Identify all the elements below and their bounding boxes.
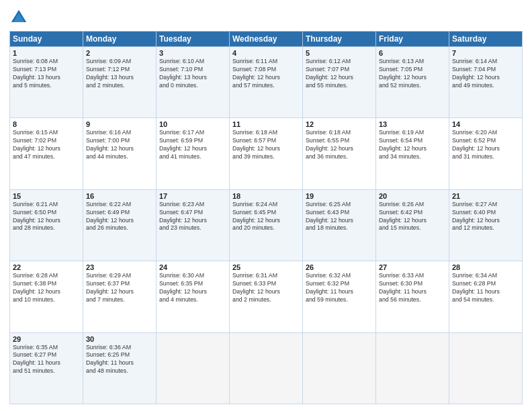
calendar: SundayMondayTuesdayWednesdayThursdayFrid… bbox=[9, 31, 523, 404]
calendar-cell bbox=[449, 332, 523, 404]
day-info: Sunrise: 6:36 AM Sunset: 6:25 PM Dayligh… bbox=[86, 344, 153, 376]
day-number: 1 bbox=[13, 49, 80, 57]
calendar-cell: 6Sunrise: 6:13 AM Sunset: 7:05 PM Daylig… bbox=[376, 47, 449, 118]
calendar-cell: 24Sunrise: 6:30 AM Sunset: 6:35 PM Dayli… bbox=[157, 261, 230, 332]
day-info: Sunrise: 6:09 AM Sunset: 7:12 PM Dayligh… bbox=[86, 58, 153, 90]
day-number: 19 bbox=[306, 192, 373, 200]
day-info: Sunrise: 6:22 AM Sunset: 6:49 PM Dayligh… bbox=[86, 201, 153, 233]
day-number: 13 bbox=[379, 120, 446, 128]
weekday-header-friday: Friday bbox=[376, 32, 449, 47]
calendar-cell: 26Sunrise: 6:32 AM Sunset: 6:32 PM Dayli… bbox=[303, 261, 376, 332]
day-info: Sunrise: 6:30 AM Sunset: 6:35 PM Dayligh… bbox=[159, 272, 226, 304]
calendar-cell: 14Sunrise: 6:20 AM Sunset: 6:52 PM Dayli… bbox=[449, 118, 523, 189]
day-info: Sunrise: 6:21 AM Sunset: 6:50 PM Dayligh… bbox=[13, 201, 80, 233]
calendar-cell bbox=[230, 332, 303, 404]
day-number: 17 bbox=[159, 192, 226, 200]
day-number: 14 bbox=[452, 120, 519, 128]
day-number: 21 bbox=[452, 192, 519, 200]
calendar-cell: 21Sunrise: 6:27 AM Sunset: 6:40 PM Dayli… bbox=[449, 189, 523, 261]
day-number: 11 bbox=[232, 120, 300, 128]
day-info: Sunrise: 6:35 AM Sunset: 6:27 PM Dayligh… bbox=[13, 344, 80, 376]
weekday-header-sunday: Sunday bbox=[10, 32, 83, 47]
calendar-cell: 25Sunrise: 6:31 AM Sunset: 6:33 PM Dayli… bbox=[230, 261, 303, 332]
calendar-cell bbox=[376, 332, 449, 404]
day-number: 29 bbox=[13, 335, 80, 343]
day-number: 5 bbox=[306, 49, 373, 57]
day-number: 30 bbox=[86, 335, 153, 343]
calendar-cell: 17Sunrise: 6:23 AM Sunset: 6:47 PM Dayli… bbox=[157, 189, 230, 261]
calendar-cell: 12Sunrise: 6:18 AM Sunset: 6:55 PM Dayli… bbox=[303, 118, 376, 189]
logo-icon bbox=[9, 8, 28, 27]
day-info: Sunrise: 6:28 AM Sunset: 6:38 PM Dayligh… bbox=[13, 272, 80, 304]
day-info: Sunrise: 6:13 AM Sunset: 7:05 PM Dayligh… bbox=[379, 58, 446, 90]
weekday-header-tuesday: Tuesday bbox=[157, 32, 230, 47]
day-number: 4 bbox=[232, 49, 300, 57]
day-number: 16 bbox=[86, 192, 153, 200]
day-number: 28 bbox=[452, 263, 519, 271]
day-info: Sunrise: 6:11 AM Sunset: 7:08 PM Dayligh… bbox=[232, 58, 300, 90]
day-info: Sunrise: 6:24 AM Sunset: 6:45 PM Dayligh… bbox=[232, 201, 300, 233]
day-number: 8 bbox=[13, 120, 80, 128]
day-info: Sunrise: 6:25 AM Sunset: 6:43 PM Dayligh… bbox=[306, 201, 373, 233]
day-number: 9 bbox=[86, 120, 153, 128]
day-number: 12 bbox=[306, 120, 373, 128]
day-info: Sunrise: 6:18 AM Sunset: 6:57 PM Dayligh… bbox=[232, 129, 300, 161]
calendar-cell: 10Sunrise: 6:17 AM Sunset: 6:59 PM Dayli… bbox=[157, 118, 230, 189]
day-number: 24 bbox=[159, 263, 226, 271]
day-info: Sunrise: 6:32 AM Sunset: 6:32 PM Dayligh… bbox=[306, 272, 373, 304]
day-number: 25 bbox=[232, 263, 300, 271]
day-info: Sunrise: 6:18 AM Sunset: 6:55 PM Dayligh… bbox=[306, 129, 373, 161]
calendar-cell: 30Sunrise: 6:36 AM Sunset: 6:25 PM Dayli… bbox=[83, 332, 157, 404]
day-info: Sunrise: 6:14 AM Sunset: 7:04 PM Dayligh… bbox=[452, 58, 519, 90]
day-info: Sunrise: 6:08 AM Sunset: 7:13 PM Dayligh… bbox=[13, 58, 80, 90]
day-info: Sunrise: 6:17 AM Sunset: 6:59 PM Dayligh… bbox=[159, 129, 226, 161]
day-info: Sunrise: 6:10 AM Sunset: 7:10 PM Dayligh… bbox=[159, 58, 226, 90]
calendar-cell: 19Sunrise: 6:25 AM Sunset: 6:43 PM Dayli… bbox=[303, 189, 376, 261]
day-number: 2 bbox=[86, 49, 153, 57]
day-info: Sunrise: 6:31 AM Sunset: 6:33 PM Dayligh… bbox=[232, 272, 300, 304]
weekday-header-wednesday: Wednesday bbox=[230, 32, 303, 47]
header bbox=[9, 8, 523, 27]
day-number: 10 bbox=[159, 120, 226, 128]
day-info: Sunrise: 6:15 AM Sunset: 7:02 PM Dayligh… bbox=[13, 129, 80, 161]
day-number: 6 bbox=[379, 49, 446, 57]
calendar-cell: 11Sunrise: 6:18 AM Sunset: 6:57 PM Dayli… bbox=[230, 118, 303, 189]
weekday-header-monday: Monday bbox=[83, 32, 157, 47]
day-info: Sunrise: 6:26 AM Sunset: 6:42 PM Dayligh… bbox=[379, 201, 446, 233]
day-info: Sunrise: 6:29 AM Sunset: 6:37 PM Dayligh… bbox=[86, 272, 153, 304]
day-number: 7 bbox=[452, 49, 519, 57]
calendar-cell: 28Sunrise: 6:34 AM Sunset: 6:28 PM Dayli… bbox=[449, 261, 523, 332]
calendar-cell: 8Sunrise: 6:15 AM Sunset: 7:02 PM Daylig… bbox=[10, 118, 83, 189]
calendar-cell: 18Sunrise: 6:24 AM Sunset: 6:45 PM Dayli… bbox=[230, 189, 303, 261]
day-number: 27 bbox=[379, 263, 446, 271]
weekday-header-thursday: Thursday bbox=[303, 32, 376, 47]
day-number: 23 bbox=[86, 263, 153, 271]
calendar-cell: 29Sunrise: 6:35 AM Sunset: 6:27 PM Dayli… bbox=[10, 332, 83, 404]
calendar-cell: 4Sunrise: 6:11 AM Sunset: 7:08 PM Daylig… bbox=[230, 47, 303, 118]
calendar-cell: 27Sunrise: 6:33 AM Sunset: 6:30 PM Dayli… bbox=[376, 261, 449, 332]
calendar-cell: 3Sunrise: 6:10 AM Sunset: 7:10 PM Daylig… bbox=[157, 47, 230, 118]
day-info: Sunrise: 6:12 AM Sunset: 7:07 PM Dayligh… bbox=[306, 58, 373, 90]
calendar-cell: 9Sunrise: 6:16 AM Sunset: 7:00 PM Daylig… bbox=[83, 118, 157, 189]
day-number: 18 bbox=[232, 192, 300, 200]
day-info: Sunrise: 6:19 AM Sunset: 6:54 PM Dayligh… bbox=[379, 129, 446, 161]
calendar-cell bbox=[157, 332, 230, 404]
day-info: Sunrise: 6:23 AM Sunset: 6:47 PM Dayligh… bbox=[159, 201, 226, 233]
calendar-cell: 2Sunrise: 6:09 AM Sunset: 7:12 PM Daylig… bbox=[83, 47, 157, 118]
day-info: Sunrise: 6:33 AM Sunset: 6:30 PM Dayligh… bbox=[379, 272, 446, 304]
logo bbox=[9, 8, 31, 27]
calendar-cell: 20Sunrise: 6:26 AM Sunset: 6:42 PM Dayli… bbox=[376, 189, 449, 261]
calendar-cell: 16Sunrise: 6:22 AM Sunset: 6:49 PM Dayli… bbox=[83, 189, 157, 261]
weekday-header-saturday: Saturday bbox=[449, 32, 523, 47]
calendar-cell bbox=[303, 332, 376, 404]
calendar-cell: 1Sunrise: 6:08 AM Sunset: 7:13 PM Daylig… bbox=[10, 47, 83, 118]
calendar-cell: 22Sunrise: 6:28 AM Sunset: 6:38 PM Dayli… bbox=[10, 261, 83, 332]
day-number: 26 bbox=[306, 263, 373, 271]
day-number: 3 bbox=[159, 49, 226, 57]
day-info: Sunrise: 6:20 AM Sunset: 6:52 PM Dayligh… bbox=[452, 129, 519, 161]
calendar-cell: 5Sunrise: 6:12 AM Sunset: 7:07 PM Daylig… bbox=[303, 47, 376, 118]
day-info: Sunrise: 6:34 AM Sunset: 6:28 PM Dayligh… bbox=[452, 272, 519, 304]
calendar-cell: 7Sunrise: 6:14 AM Sunset: 7:04 PM Daylig… bbox=[449, 47, 523, 118]
day-info: Sunrise: 6:16 AM Sunset: 7:00 PM Dayligh… bbox=[86, 129, 153, 161]
day-number: 15 bbox=[13, 192, 80, 200]
